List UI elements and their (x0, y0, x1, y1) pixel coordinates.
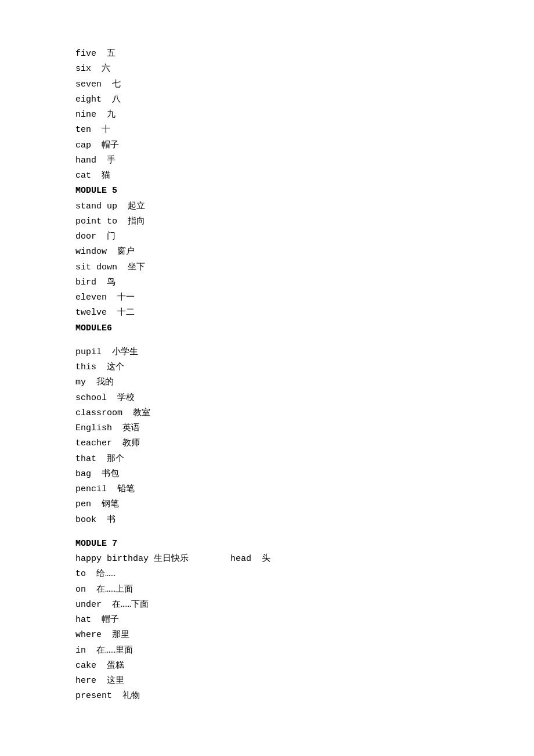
content-line: under 在……下面 (75, 597, 499, 613)
content-line: window 窗户 (75, 244, 499, 260)
content-line: teacher 教师 (75, 436, 499, 451)
content-line: hand 手 (75, 153, 499, 168)
content-line: eight 八 (75, 92, 499, 107)
content-line: my 我的 (75, 375, 499, 390)
content-line: English 英语 (75, 421, 499, 436)
content-line: cake 蛋糕 (75, 658, 499, 674)
content-line: cap 帽子 (75, 138, 499, 153)
content-line: present 礼物 (75, 689, 499, 704)
content-line: nine 九 (75, 107, 499, 123)
content-line: school 学校 (75, 391, 499, 406)
content-line: book 书 (75, 513, 499, 528)
spacer-line (75, 336, 499, 345)
content-line: MODULE 7 (75, 537, 499, 552)
content-line: that 那个 (75, 452, 499, 467)
content-line: classroom 教室 (75, 406, 499, 421)
content-line: ten 十 (75, 123, 499, 138)
content-line: on 在……上面 (75, 582, 499, 597)
content-line: this 这个 (75, 360, 499, 375)
content-line: hat 帽子 (75, 613, 499, 628)
content-line: bird 鸟 (75, 275, 499, 290)
content-line: pupil 小学生 (75, 345, 499, 360)
content-line: bag 书包 (75, 467, 499, 482)
content-line: here 这里 (75, 674, 499, 689)
content-line: in 在……里面 (75, 643, 499, 658)
content-line: seven 七 (75, 77, 499, 92)
content-line: where 那里 (75, 628, 499, 643)
content-line: pencil 铅笔 (75, 482, 499, 497)
content-line: pen 钢笔 (75, 497, 499, 512)
content-line: five 五 (75, 46, 499, 62)
content-line: to 给…… (75, 567, 499, 582)
main-content: five 五six 六seven 七eight 八nine 九ten 十cap … (75, 46, 499, 704)
content-line: cat 猫 (75, 168, 499, 183)
content-line: twelve 十二 (75, 305, 499, 321)
content-line: door 门 (75, 229, 499, 244)
content-line: MODULE 5 (75, 183, 499, 199)
content-line: happy birthday 生日快乐 head 头 (75, 552, 499, 567)
content-line: eleven 十一 (75, 290, 499, 305)
content-line: six 六 (75, 62, 499, 77)
spacer-line (75, 528, 499, 537)
content-line: MODULE6 (75, 321, 499, 336)
content-line: stand up 起立 (75, 199, 499, 214)
content-line: point to 指向 (75, 214, 499, 229)
content-line: sit down 坐下 (75, 260, 499, 275)
